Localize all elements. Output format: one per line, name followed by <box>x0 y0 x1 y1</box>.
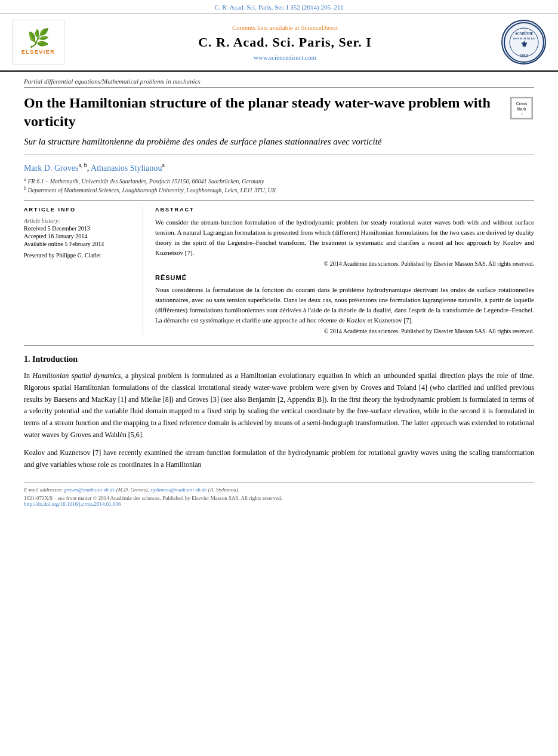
intro-para1: In Hamiltonian spatial dynamics, a physi… <box>24 370 534 441</box>
affil-b-text: Department of Mathematical Sciences, Lou… <box>28 188 276 194</box>
authors-line: Mark D. Grovesa, b, Athanasios Stylianou… <box>24 162 534 173</box>
abstract-column: ABSTRACT We consider the stream-function… <box>155 207 534 334</box>
author2-name: Athanasios Stylianou <box>91 164 162 173</box>
presented-by: Presented by Philippe G. Ciarlet <box>24 252 134 259</box>
email2-link[interactable]: stylianou@math.uni-sb.de <box>150 487 207 493</box>
academie-logo: ACADÉMIE DES SCIENCES ⚜ PARIS <box>501 20 546 64</box>
top-bar: C. R. Acad. Sci. Paris, Ser. I 352 (2014… <box>0 0 558 14</box>
svg-text:PARIS: PARIS <box>519 54 528 57</box>
svg-text:Cross: Cross <box>516 102 528 106</box>
crossmark-badge: Cross Mark ✓ <box>510 97 534 121</box>
svg-text:⚜: ⚜ <box>520 40 528 49</box>
abstract-copyright: © 2014 Académie des sciences. Published … <box>155 260 534 267</box>
email1-link[interactable]: groves@math.uni-sb.de <box>64 487 115 493</box>
author2-sup: a <box>162 162 164 168</box>
affiliation-a: a FR 6.1 – Mathematik, Universität des S… <box>24 177 534 185</box>
email-label: E-mail addresses: <box>24 487 63 493</box>
sciencedirect-name: ScienceDirect <box>301 24 338 31</box>
email1-name: (M.D. Groves), <box>116 487 149 493</box>
affil-a-sup: a <box>24 177 26 182</box>
footer-area: E-mail addresses: groves@math.uni-sb.de … <box>24 483 534 507</box>
divider1 <box>24 200 534 201</box>
svg-text:✓: ✓ <box>520 112 523 116</box>
journal-header: 🌿 ELSEVIER Contents lists available at S… <box>0 14 558 72</box>
article-title-area: On the Hamiltonian structure of the plan… <box>24 94 534 131</box>
resume-text: Nous considérons la formulation de la fo… <box>155 285 534 325</box>
section-label: Partial differential equations/Mathemati… <box>24 78 534 88</box>
article-content: Partial differential equations/Mathemati… <box>0 72 558 519</box>
resume-title: RÉSUMÉ <box>155 274 534 281</box>
accepted-date: Accepted 16 January 2014 <box>24 233 134 239</box>
body-content: 1. Introduction In Hamiltonian spatial d… <box>24 345 534 471</box>
article-info-title: ARTICLE INFO <box>24 207 134 213</box>
sciencedirect-link: Contents lists available at ScienceDirec… <box>78 24 492 31</box>
affiliation-b: b Department of Mathematical Sciences, L… <box>24 186 534 193</box>
intro-para2: Kozlov and Kuznetsov [7] have recently e… <box>24 447 534 471</box>
journal-url: www.sciencedirect.com <box>78 54 492 61</box>
author1-sup: a, b <box>78 162 87 168</box>
journal-citation: C. R. Acad. Sci. Paris, Ser. I 352 (2014… <box>214 4 343 11</box>
footer-issn: 1631-073X/$ – see front matter © 2014 Ac… <box>24 495 534 501</box>
abstract-text: We consider the stream-function formulat… <box>155 217 534 258</box>
resume-copyright: © 2014 Académie des sciences. Published … <box>155 328 534 334</box>
history-label: Article history: <box>24 217 134 224</box>
right-logo-area: ACADÉMIE DES SCIENCES ⚜ PARIS <box>492 20 546 64</box>
available-date: Available online 5 February 2014 <box>24 241 134 247</box>
affil-a-text: FR 6.1 – Mathematik, Universität des Saa… <box>28 178 264 185</box>
article-info-column: ARTICLE INFO Article history: Received 5… <box>24 207 143 334</box>
article-subtitle: Sur la structure hamiltonienne du problè… <box>24 136 534 155</box>
elsevier-tree-icon: 🌿 <box>27 29 50 47</box>
footer-emails: E-mail addresses: groves@math.uni-sb.de … <box>24 487 534 493</box>
sciencedirect-prefix: Contents lists available at <box>232 24 300 31</box>
svg-text:Mark: Mark <box>517 107 526 111</box>
crossmark-inner: Cross Mark ✓ <box>510 97 533 119</box>
journal-title: C. R. Acad. Sci. Paris, Ser. I <box>78 35 492 50</box>
abstract-title: ABSTRACT <box>155 207 534 213</box>
received-date: Received 5 December 2013 <box>24 225 134 232</box>
journal-center: Contents lists available at ScienceDirec… <box>78 24 492 61</box>
article-title-text: On the Hamiltonian structure of the plan… <box>24 94 510 131</box>
elsevier-label: ELSEVIER <box>21 49 56 55</box>
info-abstract-columns: ARTICLE INFO Article history: Received 5… <box>24 207 534 334</box>
footer-doi: http://dx.doi.org/10.1016/j.crma.2014.01… <box>24 501 534 507</box>
elsevier-logo-area: 🌿 ELSEVIER <box>12 20 78 64</box>
elsevier-logo-box: 🌿 ELSEVIER <box>12 20 64 64</box>
svg-text:ACADÉMIE: ACADÉMIE <box>514 31 533 35</box>
intro-heading: 1. Introduction <box>24 355 534 364</box>
author1-name: Mark D. Groves <box>24 164 78 173</box>
email2-name: (A. Stylianou). <box>208 487 239 493</box>
affil-b-sup: b <box>24 186 26 191</box>
